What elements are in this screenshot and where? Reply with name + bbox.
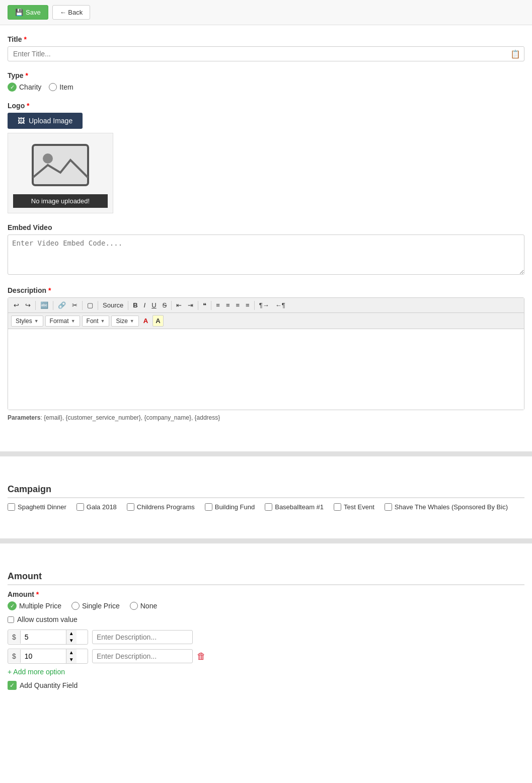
undo-button[interactable]: ↩ xyxy=(11,300,22,310)
price-input-2[interactable] xyxy=(21,650,66,663)
logo-required: * xyxy=(27,102,29,110)
campaign-checkboxes-row: Spaghetti Dinner Gala 2018 Childrens Pro… xyxy=(8,503,524,511)
rtl-button[interactable]: ←¶ xyxy=(273,300,288,310)
price-down-2[interactable]: ▼ xyxy=(66,656,77,663)
title-section: Title * 📋 xyxy=(8,35,524,61)
spellcheck-button[interactable]: 🔤 xyxy=(38,300,51,310)
unlink-button[interactable]: ✂ xyxy=(69,300,80,310)
source-button[interactable]: Source xyxy=(100,300,126,310)
campaign-section: Campaign Spaghetti Dinner Gala 2018 Chil… xyxy=(8,477,524,518)
title-required: * xyxy=(24,35,26,43)
amount-section: Amount Amount * ✓ Multiple Price Single … xyxy=(8,564,524,697)
save-button[interactable]: 💾 Save xyxy=(8,5,48,20)
description-editor: ↩ ↪ 🔤 🔗 ✂ ▢ Source B I xyxy=(8,297,524,410)
svg-rect-0 xyxy=(33,145,88,185)
amount-single-option[interactable]: Single Price xyxy=(71,602,120,610)
embed-video-textarea[interactable] xyxy=(8,234,524,275)
gala-checkbox[interactable] xyxy=(77,503,84,511)
align-center-button[interactable]: ≡ xyxy=(223,300,233,310)
desc-input-1[interactable] xyxy=(92,630,193,644)
dollar-sign-2: $ xyxy=(8,650,21,663)
campaign-baseball[interactable]: Baseballteam #1 xyxy=(265,503,324,511)
amount-none-option[interactable]: None xyxy=(130,602,157,610)
description-section: Description * ↩ ↪ 🔤 🔗 ✂ ▢ Source xyxy=(8,286,524,421)
campaign-shave[interactable]: Shave The Whales (Sponsored By Bic) xyxy=(385,503,508,511)
link-button[interactable]: 🔗 xyxy=(55,300,68,310)
outdent-button[interactable]: ⇤ xyxy=(174,300,184,310)
editor-body[interactable] xyxy=(8,329,524,410)
format-dropdown[interactable]: Format xyxy=(45,316,80,327)
styles-dropdown[interactable]: Styles xyxy=(11,316,43,327)
campaign-building[interactable]: Building Fund xyxy=(205,503,255,511)
spaghetti-checkbox[interactable] xyxy=(8,503,15,511)
allow-custom-checkbox[interactable] xyxy=(8,616,14,623)
sep2 xyxy=(53,301,53,310)
add-more-link[interactable]: + Add more option xyxy=(8,668,524,676)
campaign-gala[interactable]: Gala 2018 xyxy=(77,503,117,511)
allow-custom-label[interactable]: Allow custom value xyxy=(8,615,524,623)
description-label: Description * xyxy=(8,286,524,294)
test-checkbox[interactable] xyxy=(334,503,341,511)
building-checkbox[interactable] xyxy=(205,503,212,511)
title-label: Title * xyxy=(8,35,524,43)
single-radio[interactable] xyxy=(71,602,80,610)
bg-color-button[interactable]: A xyxy=(153,315,163,327)
blockquote-button[interactable]: ❝ xyxy=(200,300,209,310)
item-radio[interactable] xyxy=(49,83,57,91)
align-right-button[interactable]: ≡ xyxy=(233,300,242,310)
price-up-1[interactable]: ▲ xyxy=(66,630,77,637)
indent-button[interactable]: ⇥ xyxy=(185,300,196,310)
amount-required: * xyxy=(36,590,39,598)
amount-content: Amount Amount * ✓ Multiple Price Single … xyxy=(0,554,532,708)
align-justify-button[interactable]: ≡ xyxy=(243,300,252,310)
delete-price-2-button[interactable]: 🗑 xyxy=(197,651,206,662)
desc-input-2[interactable] xyxy=(92,649,193,663)
price-up-2[interactable]: ▲ xyxy=(66,649,77,656)
size-dropdown[interactable]: Size xyxy=(111,316,138,327)
add-quantity-label[interactable]: ✓ Add Quantity Field xyxy=(8,681,524,690)
multiple-checked-icon: ✓ xyxy=(8,601,17,610)
save-label: Save xyxy=(26,9,41,16)
align-left-button[interactable]: ≡ xyxy=(213,300,222,310)
ltr-button[interactable]: ¶→ xyxy=(257,300,272,310)
childrens-checkbox[interactable] xyxy=(127,503,134,511)
campaign-spaghetti[interactable]: Spaghetti Dinner xyxy=(8,503,66,511)
price-spinner-1: ▲ ▼ xyxy=(66,630,77,644)
image-placeholder xyxy=(28,140,93,190)
upload-image-label: Upload Image xyxy=(29,117,72,125)
no-image-label: No image uploaded! xyxy=(13,194,108,208)
back-label: ← Back xyxy=(60,9,83,16)
back-button[interactable]: ← Back xyxy=(52,5,91,20)
title-input[interactable] xyxy=(8,46,524,61)
font-dropdown[interactable]: Font xyxy=(82,316,110,327)
underline-button[interactable]: U xyxy=(149,300,159,310)
amount-label: Amount * xyxy=(8,590,524,598)
strikethrough-button[interactable]: S xyxy=(160,300,170,310)
test-label: Test Event xyxy=(344,503,374,511)
redo-button[interactable]: ↪ xyxy=(23,300,33,310)
price-input-wrap-1: $ ▲ ▼ xyxy=(8,630,88,645)
sep7 xyxy=(198,301,198,310)
type-item-option[interactable]: Item xyxy=(49,83,73,91)
title-clipboard-icon: 📋 xyxy=(510,49,520,59)
font-color-button[interactable]: A xyxy=(141,316,150,326)
charity-checked-icon: ✓ xyxy=(8,83,17,92)
baseball-checkbox[interactable] xyxy=(265,503,272,511)
sep3 xyxy=(82,301,83,310)
upload-image-button[interactable]: 🖼 Upload Image xyxy=(8,113,83,129)
campaign-childrens[interactable]: Childrens Programs xyxy=(127,503,195,511)
type-charity-option[interactable]: ✓ Charity xyxy=(8,83,41,92)
bold-button[interactable]: B xyxy=(130,300,140,310)
price-input-1[interactable] xyxy=(21,631,66,644)
price-down-1[interactable]: ▼ xyxy=(66,637,77,644)
image-button[interactable]: ▢ xyxy=(85,300,96,310)
main-content: Title * 📋 Type * ✓ Charity Item Logo xyxy=(0,25,532,441)
shave-checkbox[interactable] xyxy=(385,503,392,511)
sep1 xyxy=(35,301,36,310)
amount-multiple-option[interactable]: ✓ Multiple Price xyxy=(8,601,61,610)
logo-label: Logo * xyxy=(8,102,524,110)
price-input-wrap-2: $ ▲ ▼ xyxy=(8,649,88,664)
italic-button[interactable]: I xyxy=(141,300,148,310)
campaign-test[interactable]: Test Event xyxy=(334,503,374,511)
none-radio[interactable] xyxy=(130,602,138,610)
